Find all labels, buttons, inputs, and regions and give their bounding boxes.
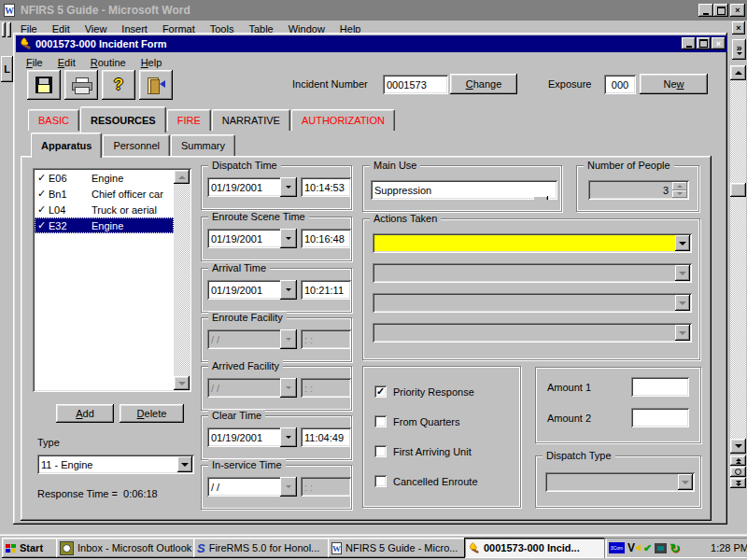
- first-arriving-unit-row[interactable]: First Arriving Unit: [374, 445, 472, 457]
- word-vscrollbar-thumb[interactable]: [730, 183, 746, 197]
- date-dropdown-button[interactable]: [280, 280, 297, 300]
- save-button[interactable]: [27, 70, 61, 100]
- menu-routine[interactable]: Routine: [83, 57, 134, 68]
- menu-help[interactable]: Help: [134, 57, 170, 68]
- exposure-field[interactable]: 000: [604, 75, 636, 94]
- number-of-people-spinner[interactable]: [672, 182, 687, 198]
- start-button[interactable]: Start: [2, 538, 60, 558]
- tab-summary[interactable]: Summary: [171, 134, 235, 156]
- word-minimize-button[interactable]: [698, 4, 713, 17]
- display-icon[interactable]: [655, 543, 667, 553]
- menu-edit[interactable]: Edit: [50, 57, 83, 68]
- priority-response-row[interactable]: ✓ Priority Response: [374, 385, 474, 398]
- sync-icon[interactable]: ↻: [669, 541, 680, 555]
- list-scrollbar-track[interactable]: [174, 170, 190, 390]
- dropdown-button[interactable]: [675, 235, 690, 251]
- number-of-people-field[interactable]: 3: [588, 180, 689, 200]
- spin-down-button[interactable]: [672, 190, 687, 199]
- select-browse-object-button[interactable]: [730, 467, 746, 477]
- arrival-date-field[interactable]: 01/19/2001: [207, 280, 282, 300]
- print-icon: [72, 77, 91, 92]
- tab-personnel[interactable]: Personnel: [103, 134, 170, 156]
- new-button[interactable]: New: [640, 74, 708, 94]
- spin-up-button[interactable]: [672, 182, 687, 190]
- date-dropdown-button[interactable]: [280, 427, 297, 447]
- tab-apparatus[interactable]: Apparatus: [31, 133, 102, 158]
- browse-next-button[interactable]: [730, 478, 746, 488]
- list-item[interactable]: ✓L04Truck or aerial: [35, 202, 174, 217]
- tab-basic[interactable]: BASIC: [28, 109, 79, 131]
- ruler-tab-selector[interactable]: L: [1, 56, 13, 82]
- dialog-close-button[interactable]: ×: [712, 37, 726, 49]
- date-dropdown-button[interactable]: [280, 477, 297, 497]
- document-close-button[interactable]: ×: [732, 21, 745, 35]
- clear-date-field[interactable]: 01/19/2001: [207, 427, 282, 447]
- taskbar-button-word[interactable]: W NFIRS 5 Guide - Micro...: [328, 538, 468, 558]
- volume-icon[interactable]: V: [627, 541, 641, 554]
- dropdown-button[interactable]: [177, 456, 192, 472]
- arrow-down-icon: [286, 338, 291, 341]
- amount2-field[interactable]: [631, 408, 689, 427]
- help-button[interactable]: ?: [102, 70, 135, 100]
- exit-button[interactable]: [139, 70, 173, 100]
- change-button[interactable]: Change: [450, 74, 517, 94]
- dropdown-button: [678, 474, 693, 490]
- cancelled-enroute-checkbox[interactable]: [374, 475, 387, 487]
- arrival-time-field[interactable]: 10:21:11: [301, 280, 351, 300]
- dialog-titlebar[interactable]: 0001573-000 Incident Form ×: [16, 35, 727, 52]
- dispatch-time-field[interactable]: 10:14:53: [301, 177, 351, 197]
- word-vscrollbar-track[interactable]: [730, 65, 746, 454]
- enroute-facility-date-field: / /: [207, 329, 282, 349]
- tab-resources[interactable]: RESOURCES: [80, 106, 166, 133]
- arrow-down-icon: [286, 186, 291, 189]
- first-arriving-unit-checkbox[interactable]: [374, 445, 387, 457]
- arrow-down-icon: [286, 386, 291, 389]
- print-button[interactable]: [64, 70, 98, 100]
- dispatch-date-field[interactable]: 01/19/2001: [207, 177, 282, 197]
- date-dropdown-button[interactable]: [280, 177, 297, 197]
- dialog-minimize-button[interactable]: [682, 37, 696, 49]
- clear-time-field[interactable]: 11:04:49: [301, 427, 351, 447]
- taskbar-button-incident-form[interactable]: 0001573-000 Incid...: [464, 538, 607, 558]
- date-dropdown-button[interactable]: [280, 229, 297, 248]
- enroute-date-field[interactable]: 01/19/2001: [207, 229, 282, 248]
- word-restore-button[interactable]: [713, 4, 728, 17]
- browse-previous-button[interactable]: [730, 455, 746, 466]
- list-item-selected[interactable]: ✓E32Engine: [35, 217, 174, 233]
- add-button[interactable]: Add: [56, 404, 114, 423]
- scroll-down-button[interactable]: [730, 439, 746, 454]
- word-close-button[interactable]: ×: [730, 4, 745, 17]
- taskbar-button-outlook[interactable]: Inbox - Microsoft Outlook: [56, 538, 197, 558]
- word-icon: W: [331, 542, 342, 554]
- priority-response-checkbox[interactable]: ✓: [374, 385, 387, 398]
- list-item[interactable]: ✓Bn1Chief officer car: [35, 186, 174, 202]
- from-quarters-row[interactable]: From Quarters: [374, 415, 460, 427]
- type-combobox[interactable]: 11 - Engine: [37, 455, 194, 474]
- main-use-combobox[interactable]: Suppression: [371, 180, 557, 200]
- dialog-maximize-button[interactable]: [697, 37, 711, 49]
- amount2-label: Amount 2: [547, 413, 591, 424]
- minimize-icon: [703, 13, 709, 15]
- tab-narrative[interactable]: NARRATIVE: [212, 109, 290, 131]
- amount1-field[interactable]: [631, 377, 689, 397]
- close-icon: ×: [716, 39, 721, 49]
- enroute-time-field[interactable]: 10:16:48: [301, 229, 351, 248]
- action-taken-combobox-1[interactable]: [373, 233, 692, 253]
- tab-fire[interactable]: FIRE: [167, 109, 211, 131]
- toolbar-more-chevron-button[interactable]: »: [732, 39, 746, 60]
- taskbar-button-firerms[interactable]: S FireRMS 5.0 for Honol...: [193, 538, 331, 558]
- dropdown-button[interactable]: [533, 196, 548, 200]
- virusscan-icon[interactable]: ✔: [643, 542, 652, 554]
- list-item[interactable]: ✓E06Engine: [35, 170, 174, 186]
- menu-file[interactable]: File: [19, 57, 50, 68]
- scroll-up-button: [174, 170, 190, 184]
- cancelled-enroute-row[interactable]: Cancelled Enroute: [374, 475, 478, 487]
- from-quarters-checkbox[interactable]: [374, 415, 387, 427]
- scroll-up-button[interactable]: [730, 65, 746, 80]
- delete-button[interactable]: Delete: [120, 404, 184, 423]
- 3com-icon[interactable]: 3Com: [609, 542, 625, 553]
- in-service-date-field[interactable]: / /: [207, 477, 282, 497]
- tab-authorization[interactable]: AUTHORIZATION: [291, 109, 395, 131]
- dropdown-button: [675, 295, 690, 311]
- incident-number-field[interactable]: 0001573: [383, 75, 448, 94]
